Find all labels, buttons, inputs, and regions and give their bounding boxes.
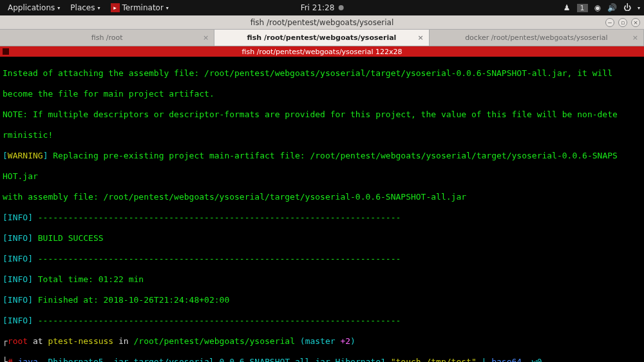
tab-label: fish /root/pentest/webgoats/ysoserial — [247, 33, 397, 42]
chevron-down-icon: ▾ — [97, 5, 100, 11]
clock[interactable]: Fri 21:28 — [301, 3, 344, 12]
output-line: become the file for main project artifac… — [3, 89, 641, 99]
power-icon[interactable]: ⏻ — [623, 3, 631, 12]
places-menu[interactable]: Places ▾ — [66, 2, 104, 14]
chevron-down-icon: ▾ — [166, 5, 169, 11]
window-controls: − ▫ × — [605, 18, 640, 27]
gnome-topbar: Applications ▾ Places ▾ ▸Terminator ▾ Fr… — [0, 0, 644, 15]
close-icon[interactable]: × — [203, 33, 209, 42]
output-line: rministic! — [3, 130, 641, 140]
workspace-indicator[interactable]: 1 — [577, 4, 588, 12]
tab-label: docker /root/pentest/webgoats/ysoserial — [465, 33, 607, 42]
system-tray: ♟ 1 ◉ 🔊 ⏻ ▾ — [564, 3, 640, 12]
topbar-left: Applications ▾ Places ▾ ▸Terminator ▾ — [4, 2, 173, 14]
volume-icon[interactable]: 🔊 — [607, 3, 617, 12]
status-icon[interactable]: ♟ — [564, 3, 571, 12]
output-line: [INFO] Finished at: 2018-10-26T21:24:48+… — [3, 295, 641, 305]
tab-label: fish /root — [91, 33, 123, 42]
output-line: [WARNING] Replacing pre-existing project… — [3, 151, 641, 161]
close-icon[interactable]: × — [417, 33, 423, 42]
tab-1[interactable]: fish /root/pentest/webgoats/ysoserial× — [214, 30, 429, 46]
terminator-icon: ▸ — [111, 3, 120, 12]
output-line: Instead of attaching the assembly file: … — [3, 68, 641, 79]
recording-dot-icon — [338, 5, 343, 10]
tab-2[interactable]: docker /root/pentest/webgoats/ysoserial× — [430, 30, 644, 46]
command-line: └# java -Dhibernate5 -jar target/ysoseri… — [3, 357, 641, 362]
output-line: [INFO] ---------------------------------… — [3, 213, 641, 223]
close-button[interactable]: × — [631, 18, 640, 27]
close-icon[interactable]: × — [632, 33, 638, 42]
output-line: HOT.jar — [3, 171, 641, 182]
output-line: [INFO] BUILD SUCCESS — [3, 233, 641, 243]
network-icon[interactable]: ◉ — [594, 3, 601, 12]
output-line: [INFO] ---------------------------------… — [3, 316, 641, 326]
app-indicator[interactable]: ▸Terminator ▾ — [107, 2, 173, 14]
output-line: with assembly file: /root/pentest/webgoa… — [3, 192, 641, 202]
terminal-output[interactable]: Instead of attaching the assembly file: … — [0, 57, 644, 362]
minimize-button[interactable]: − — [605, 18, 614, 27]
pane-title: fish /root/pentest/webgoats/ysoserial 12… — [242, 48, 402, 56]
applications-menu[interactable]: Applications ▾ — [4, 2, 64, 14]
chevron-down-icon[interactable]: ▾ — [638, 5, 640, 11]
window-titlebar: fish /root/pentest/webgoats/ysoserial − … — [0, 15, 644, 30]
output-line: [INFO] ---------------------------------… — [3, 254, 641, 264]
prompt-line: ┌root at ptest-nessuss in /root/pentest/… — [3, 336, 641, 347]
tab-0[interactable]: fish /root× — [0, 30, 214, 46]
window-title: fish /root/pentest/webgoats/ysoserial — [251, 18, 393, 27]
terminal-tabs: fish /root× fish /root/pentest/webgoats/… — [0, 30, 644, 46]
output-line: NOTE: If multiple descriptors or descrip… — [3, 110, 641, 120]
terminator-titlebar[interactable]: fish /root/pentest/webgoats/ysoserial 12… — [0, 46, 644, 57]
terminal-indicator-icon — [3, 48, 9, 55]
output-line: [INFO] Total time: 01:22 min — [3, 274, 641, 285]
chevron-down-icon: ▾ — [57, 5, 60, 11]
maximize-button[interactable]: ▫ — [618, 18, 627, 27]
